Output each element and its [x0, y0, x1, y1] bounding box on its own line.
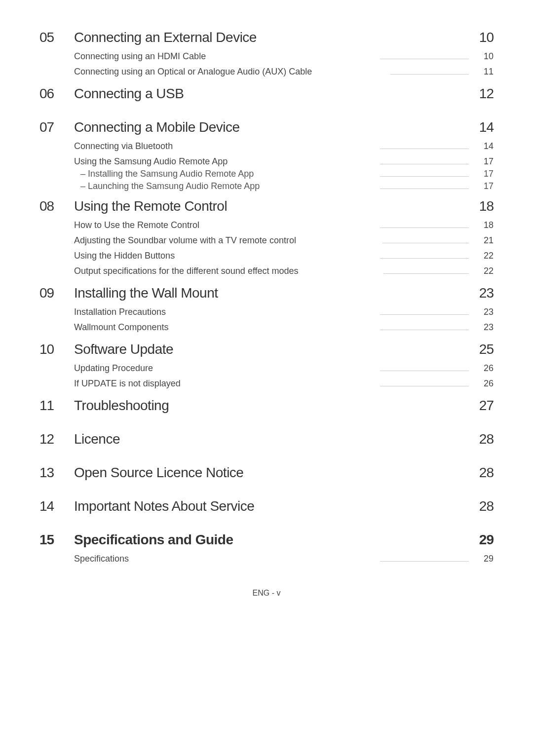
section-header: Software Update 25: [74, 341, 494, 357]
item-label: Connecting using an HDMI Cable: [74, 51, 206, 62]
leader-line: [380, 164, 469, 164]
section-page: 29: [469, 532, 494, 548]
section-title: Important Notes About Service: [74, 498, 254, 514]
item-label: Connecting via Bluetooth: [74, 141, 173, 151]
item-page: 22: [476, 251, 494, 261]
toc-item: How to Use the Remote Control 18: [74, 220, 494, 230]
section-title: Troubleshooting: [74, 398, 169, 414]
section-body: Open Source Licence Notice 28: [74, 465, 494, 487]
section-title: Software Update: [74, 341, 173, 357]
section-page: 14: [469, 119, 494, 135]
section-number: 08: [39, 198, 74, 214]
section-header: Connecting a USB 12: [74, 86, 494, 102]
leader-line: [383, 273, 469, 274]
section-page: 28: [469, 431, 494, 447]
toc-section-15: 15 Specifications and Guide 29 Specifica…: [39, 532, 494, 569]
item-label: Adjusting the Soundbar volume with a TV …: [74, 235, 296, 246]
toc-item: Connecting using an HDMI Cable 10: [74, 51, 494, 62]
section-title: Licence: [74, 431, 120, 447]
leader-line: [380, 314, 469, 315]
item-page: 26: [476, 363, 494, 374]
item-label: Connecting using an Optical or Analogue …: [74, 67, 312, 77]
toc-section-09: 09 Installing the Wall Mount 23 Installa…: [39, 285, 494, 338]
section-body: Connecting a USB 12: [74, 86, 494, 108]
toc-item: Installation Precautions 23: [74, 307, 494, 317]
leader-line: [390, 74, 469, 75]
section-header: Installing the Wall Mount 23: [74, 285, 494, 301]
section-title: Open Source Licence Notice: [74, 465, 243, 481]
leader-line: [380, 227, 469, 228]
subitem-label: Launching the Samsung Audio Remote App: [88, 181, 260, 191]
item-page: 10: [476, 51, 494, 62]
section-number: 06: [39, 86, 74, 102]
section-page: 28: [469, 498, 494, 514]
item-label: Using the Samsung Audio Remote App: [74, 156, 228, 167]
item-label: Specifications: [74, 554, 129, 564]
subitem-page: 17: [476, 181, 494, 191]
section-title: Connecting a USB: [74, 86, 184, 102]
page: 05 Connecting an External Device 10 Conn…: [0, 0, 533, 598]
subitem-page: 17: [476, 169, 494, 179]
section-title: Specifications and Guide: [74, 532, 233, 548]
leader-line: [382, 243, 469, 243]
section-number: 11: [39, 398, 74, 414]
item-label: Installation Precautions: [74, 307, 166, 317]
toc-item: If UPDATE is not displayed 26: [74, 378, 494, 389]
section-page: 23: [469, 285, 494, 301]
section-body: Specifications and Guide 29 Specificatio…: [74, 532, 494, 569]
section-header: Important Notes About Service 28: [74, 498, 494, 514]
toc-section-12: 12 Licence 28: [39, 431, 494, 453]
section-title: Connecting an External Device: [74, 30, 257, 45]
leader-line: [380, 189, 469, 189]
section-page: 27: [469, 398, 494, 414]
toc-item: Connecting via Bluetooth 14: [74, 141, 494, 151]
section-page: 12: [469, 86, 494, 102]
item-label: How to Use the Remote Control: [74, 220, 199, 230]
dash-icon: –: [78, 169, 88, 179]
leader-line: [380, 176, 469, 177]
leader-line: [380, 330, 469, 330]
item-label: Using the Hidden Buttons: [74, 251, 175, 261]
section-page: 18: [469, 198, 494, 214]
section-body: Important Notes About Service 28: [74, 498, 494, 520]
section-number: 07: [39, 119, 74, 135]
leader-line: [380, 561, 469, 562]
toc-item: Updating Procedure 26: [74, 363, 494, 374]
section-header: Troubleshooting 27: [74, 398, 494, 414]
dash-icon: –: [78, 181, 88, 191]
section-page: 10: [469, 30, 494, 45]
toc-section-08: 08 Using the Remote Control 18 How to Us…: [39, 198, 494, 281]
toc-section-10: 10 Software Update 25 Updating Procedure…: [39, 341, 494, 394]
section-number: 05: [39, 30, 74, 45]
item-page: 17: [476, 156, 494, 167]
toc-subitem: – Launching the Samsung Audio Remote App…: [74, 181, 494, 191]
section-body: Connecting an External Device 10 Connect…: [74, 30, 494, 82]
section-title: Using the Remote Control: [74, 198, 227, 214]
item-page: 22: [476, 266, 494, 276]
item-page: 23: [476, 322, 494, 333]
toc-section-14: 14 Important Notes About Service 28: [39, 498, 494, 520]
leader-line: [380, 258, 469, 259]
section-header: Connecting an External Device 10: [74, 30, 494, 45]
section-number: 09: [39, 285, 74, 301]
section-header: Open Source Licence Notice 28: [74, 465, 494, 481]
toc-item: Adjusting the Soundbar volume with a TV …: [74, 235, 494, 246]
section-title: Installing the Wall Mount: [74, 285, 218, 301]
section-number: 15: [39, 532, 74, 548]
section-header: Connecting a Mobile Device 14: [74, 119, 494, 135]
toc-section-06: 06 Connecting a USB 12: [39, 86, 494, 108]
toc-section-07: 07 Connecting a Mobile Device 14 Connect…: [39, 119, 494, 194]
section-body: Installing the Wall Mount 23 Installatio…: [74, 285, 494, 338]
section-page: 25: [469, 341, 494, 357]
item-label: Output specifications for the different …: [74, 266, 299, 276]
leader-line: [380, 149, 469, 149]
leader-line: [380, 371, 469, 371]
section-body: Troubleshooting 27: [74, 398, 494, 419]
subitem-label: Installing the Samsung Audio Remote App: [88, 169, 254, 179]
toc-item: Wallmount Components 23: [74, 322, 494, 333]
toc-item: Using the Hidden Buttons 22: [74, 251, 494, 261]
toc-item: Output specifications for the different …: [74, 266, 494, 276]
section-number: 12: [39, 431, 74, 447]
toc-section-13: 13 Open Source Licence Notice 28: [39, 465, 494, 487]
toc-section-11: 11 Troubleshooting 27: [39, 398, 494, 419]
